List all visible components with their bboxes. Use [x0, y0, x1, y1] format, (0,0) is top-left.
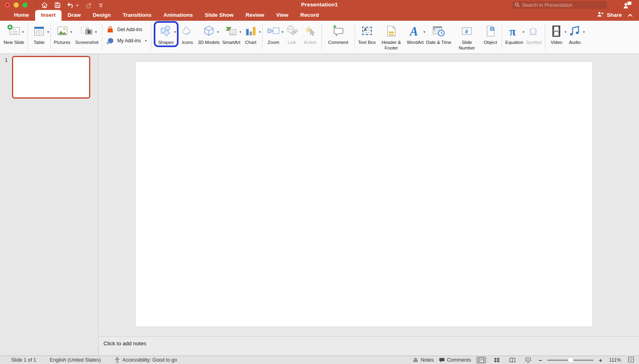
ribbon-button-equation[interactable]: π▾ Equation — [504, 22, 524, 46]
ribbon-button-my-addins[interactable]: My Add-ins ▾ — [106, 36, 147, 45]
pictures-icon: ▾ — [55, 23, 70, 40]
ribbon-button-object[interactable]: Object — [481, 22, 500, 46]
ribbon-button-video[interactable]: ▾ Video — [547, 22, 566, 46]
slide-canvas-area — [99, 54, 639, 336]
audio-icon: ▾ — [567, 23, 582, 40]
chevron-down-icon: ▾ — [259, 30, 261, 34]
normal-view-button[interactable] — [476, 356, 486, 364]
ribbon-button-table[interactable]: ▾ Table — [30, 22, 48, 46]
share-button[interactable]: Share — [597, 12, 633, 18]
comments-icon — [439, 358, 445, 363]
zoom-slider-thumb[interactable] — [568, 357, 574, 363]
ribbon-button-slide-number[interactable]: # Slide Number — [452, 22, 481, 51]
ribbon-button-header-footer[interactable]: Header & Footer — [377, 22, 406, 51]
symbol-icon: Ω — [526, 23, 541, 40]
chevron-down-icon: ▾ — [522, 30, 524, 34]
tab-record[interactable]: Record — [294, 10, 325, 21]
ribbon-button-shapes[interactable]: ▾ Shapes — [157, 22, 175, 46]
group-separator — [102, 24, 102, 50]
chevron-down-icon: ▾ — [217, 30, 219, 34]
notes-toggle-button[interactable]: Notes — [413, 357, 434, 363]
table-icon: ▾ — [32, 23, 47, 40]
tab-animations[interactable]: Animations — [157, 10, 199, 21]
accessibility-status[interactable]: Accessibility: Good to go — [114, 357, 177, 363]
slide-thumbnail-number: 1 — [5, 57, 8, 63]
ribbon-button-smartart[interactable]: ▾ SmartArt — [221, 22, 241, 46]
share-label: Share — [607, 12, 622, 18]
tab-design[interactable]: Design — [87, 10, 117, 21]
ribbon-button-icons[interactable]: Icons — [178, 22, 196, 46]
chevron-down-icon: ▾ — [583, 30, 585, 34]
search-box[interactable] — [512, 1, 607, 9]
slide-thumbnail[interactable] — [12, 56, 90, 99]
ribbon-button-screenshot[interactable]: ▾ Screenshot — [74, 22, 99, 46]
svg-text:A: A — [409, 25, 418, 38]
svg-text:π: π — [509, 25, 516, 38]
fit-slide-button[interactable] — [628, 356, 634, 364]
fit-slide-icon — [628, 356, 634, 363]
zoom-level[interactable]: 111% — [607, 357, 623, 363]
zoom-slider[interactable] — [547, 360, 593, 361]
search-input[interactable] — [522, 2, 604, 8]
tab-review[interactable]: Review — [240, 10, 270, 21]
group-separator — [502, 24, 502, 50]
ribbon-button-audio[interactable]: ▾ Audio — [566, 22, 584, 46]
chevron-down-icon: ▾ — [174, 30, 176, 34]
search-icon — [515, 2, 520, 9]
slide-count-status[interactable]: Slide 1 of 1 — [11, 357, 36, 363]
icons-icon — [180, 23, 195, 40]
slide-show-icon — [525, 357, 531, 363]
ribbon-button-get-addins[interactable]: Get Add-ins — [106, 25, 147, 34]
ribbon-button-date-time[interactable]: Date & Time — [425, 22, 452, 46]
ribbon-button-new-slide[interactable]: ▾ New Slide — [2, 22, 26, 46]
share-person-icon — [597, 12, 604, 18]
comments-toggle-button[interactable]: Comments — [439, 357, 471, 363]
ribbon-button-link: Link — [283, 22, 301, 46]
contact-support-icon[interactable] — [623, 1, 632, 10]
slide-sorter-view-button[interactable] — [492, 356, 502, 364]
group-separator — [321, 24, 322, 50]
ribbon-group-links: ▾ Zoom Link Action — [264, 22, 320, 46]
tab-draw[interactable]: Draw — [62, 10, 87, 21]
group-separator — [50, 24, 51, 50]
link-icon — [284, 23, 300, 40]
ribbon-button-chart[interactable]: ▾ Chart — [242, 22, 260, 46]
normal-view-icon — [478, 357, 484, 363]
group-separator — [355, 24, 355, 50]
chevron-down-icon: ▾ — [22, 30, 24, 34]
ribbon-button-wordart[interactable]: A▾ WordArt — [406, 22, 425, 46]
language-status[interactable]: English (United States) — [50, 357, 101, 363]
zoom-in-button[interactable]: + — [599, 357, 602, 363]
ribbon-group-text: A Text Box Header & Footer A▾ WordArt Da… — [357, 22, 500, 51]
slide-show-view-button[interactable] — [523, 356, 533, 364]
accessibility-icon — [114, 357, 120, 363]
reading-view-button[interactable] — [507, 356, 518, 364]
get-addins-icon — [106, 25, 115, 34]
tab-slide-show[interactable]: Slide Show — [199, 10, 240, 21]
slide-sorter-icon — [494, 357, 500, 363]
tab-transitions[interactable]: Transitions — [117, 10, 157, 21]
main-area: Click to add notes — [99, 54, 639, 356]
zoom-out-button[interactable]: − — [538, 357, 542, 363]
zoom-icon: ▾ — [266, 23, 281, 40]
titlebar: Presentation1 Home Insert Draw Design Tr… — [0, 0, 639, 21]
slide-canvas[interactable] — [136, 62, 592, 326]
tab-insert[interactable]: Insert — [35, 10, 62, 21]
notes-pane[interactable]: Click to add notes — [99, 336, 639, 356]
tab-home[interactable]: Home — [8, 10, 35, 21]
ribbon-button-zoom[interactable]: ▾ Zoom — [264, 22, 283, 46]
ribbon-group-illustrations: ▾ Shapes Icons ▾ 3D Models ▾ SmartArt ▾ … — [153, 22, 260, 46]
my-addins-icon — [106, 36, 115, 45]
ribbon-button-text-box[interactable]: A Text Box — [357, 22, 377, 46]
notes-icon — [413, 358, 419, 363]
tab-view[interactable]: View — [270, 10, 294, 21]
chart-icon: ▾ — [243, 23, 258, 40]
ribbon-button-comment[interactable]: Comment — [327, 22, 349, 46]
video-icon: ▾ — [549, 23, 564, 40]
chevron-down-icon: ▾ — [95, 30, 97, 34]
ribbon-button-pictures[interactable]: ▾ Pictures — [53, 22, 72, 46]
smartart-icon: ▾ — [224, 23, 239, 40]
ribbon-button-3d-models[interactable]: ▾ 3D Models — [196, 22, 221, 46]
collapse-ribbon-icon[interactable] — [628, 12, 633, 18]
ribbon-button-symbol: Ω Symbol — [524, 22, 543, 46]
